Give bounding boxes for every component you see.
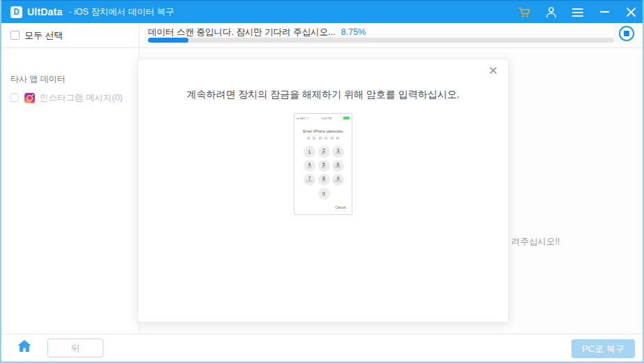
- select-all-checkbox[interactable]: [10, 31, 20, 40]
- app-window: D UltData - iOS 장치에서 데이터 복구 모두 선택: [0, 0, 644, 363]
- close-icon[interactable]: [623, 5, 638, 20]
- menu-icon[interactable]: [570, 5, 585, 20]
- phone-cancel-label: Cancel: [335, 205, 346, 209]
- phone-status-bar: ul SKT ᯤ 5:06 PM: [297, 116, 350, 120]
- recover-to-pc-button[interactable]: PC로 복구: [571, 339, 635, 358]
- key-9[interactable]: 9WXYZ: [332, 174, 344, 186]
- key-2[interactable]: 2ABC: [318, 146, 330, 158]
- passcode-keypad: 1 2ABC 3DEF 4GHI 5JKL 6MNO 7PQRS 8TUV 9W…: [304, 146, 344, 200]
- passcode-dots: [294, 137, 352, 140]
- phone-time: 5:06 PM: [321, 117, 331, 120]
- background-partial-message: 려주십시오!!: [511, 236, 560, 248]
- header-divider: [1, 47, 644, 48]
- key-8[interactable]: 8TUV: [318, 174, 330, 186]
- phone-battery-icon: [343, 117, 350, 119]
- cart-icon[interactable]: [517, 5, 532, 20]
- dialog-close-icon[interactable]: ✕: [487, 64, 500, 78]
- key-1[interactable]: 1: [304, 146, 315, 158]
- home-button[interactable]: [17, 339, 32, 354]
- stop-icon: [624, 31, 629, 36]
- instagram-checkbox[interactable]: [10, 94, 19, 102]
- minimize-icon[interactable]: [597, 5, 612, 20]
- window-title: - iOS 장치에서 데이터 복구: [68, 6, 174, 18]
- dialog-message: 계속하려면 장치의 잠금을 해제하기 위해 암호를 입력하십시오.: [138, 89, 508, 101]
- key-6[interactable]: 6MNO: [332, 160, 344, 172]
- phone-carrier: ul SKT ᯤ: [297, 117, 310, 120]
- stop-scan-button[interactable]: [619, 26, 634, 41]
- key-4[interactable]: 4GHI: [304, 160, 315, 172]
- key-7[interactable]: 7PQRS: [304, 174, 315, 186]
- instagram-icon: [24, 93, 35, 103]
- scan-percent: 8.75%: [341, 27, 366, 37]
- select-all-label: 모두 선택: [24, 29, 63, 42]
- sidebar-group-label: 타사 앱 데이터: [10, 73, 66, 85]
- scan-progress-bar: [148, 38, 614, 43]
- phone-passcode-prompt: Enter iPhone passcode: [294, 129, 352, 133]
- scan-status-text: 데이터 스캔 중입니다. 잠시만 기다려 주십시오...8.75%: [148, 27, 366, 38]
- iphone-passcode-illustration: ul SKT ᯤ 5:06 PM Enter iPhone passcode 1…: [294, 113, 352, 215]
- passcode-dialog: ✕ 계속하려면 장치의 잠금을 해제하기 위해 암호를 입력하십시오. ul S…: [137, 59, 509, 323]
- logo-letter: D: [13, 8, 20, 16]
- title-bar: D UltData - iOS 장치에서 데이터 복구: [0, 0, 644, 23]
- sidebar-item-instagram-messages[interactable]: 인스타그램 메시지(0): [1, 90, 139, 105]
- select-all-row[interactable]: 모두 선택: [1, 23, 139, 47]
- app-name: UltData: [27, 6, 62, 17]
- sidebar: 모두 선택 타사 앱 데이터 인스타그램 메시지(0): [1, 23, 140, 334]
- key-5[interactable]: 5JKL: [318, 160, 330, 172]
- key-0[interactable]: 0: [318, 188, 330, 200]
- account-icon[interactable]: [544, 5, 559, 20]
- footer-bar: 뒤 PC로 복구: [1, 334, 644, 362]
- scan-status-label: 데이터 스캔 중입니다. 잠시만 기다려 주십시오...: [148, 27, 336, 37]
- scan-progress-fill: [148, 38, 188, 43]
- key-3[interactable]: 3DEF: [332, 146, 344, 158]
- back-button[interactable]: 뒤: [47, 339, 103, 357]
- app-logo-icon: D: [10, 6, 22, 18]
- instagram-item-label: 인스타그램 메시지(0): [40, 92, 123, 104]
